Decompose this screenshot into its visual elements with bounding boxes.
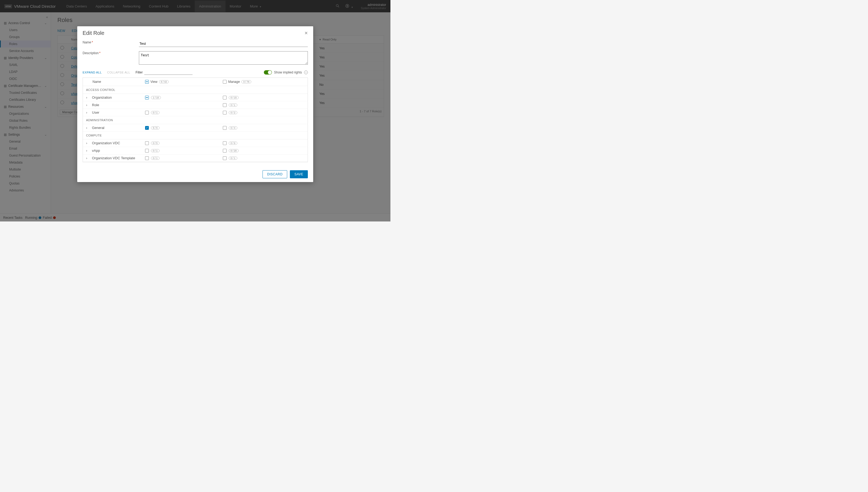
count-badge: 0 / 1 [151,111,159,114]
filter-label: Filter [136,71,143,74]
modal-title: Edit Role [82,30,304,36]
count-badge: 0 / 1 [151,156,159,160]
header-name: Name [86,80,145,84]
checkbox[interactable] [223,141,227,145]
expand-all-button[interactable]: EXPAND ALL [82,71,102,74]
category-row: ACCESS CONTROL [83,86,307,94]
rights-row: ›Role0 / 1 [83,101,307,109]
category-row: ADMINISTRATION [83,116,307,124]
checkbox[interactable] [223,111,227,115]
rights-header: Name View 6 / 42 Manage 0 / 76 [83,78,307,86]
save-button[interactable]: SAVE [290,170,308,178]
rights-row: ›Organization VDC Template0 / 10 / 1 [83,154,307,162]
expand-icon[interactable]: › [86,103,92,107]
expand-icon[interactable]: › [86,141,92,145]
checkbox[interactable] [223,126,227,130]
manage-count-badge: 0 / 76 [241,80,251,83]
right-name: General [92,126,145,130]
expand-icon[interactable]: › [86,149,92,152]
rights-tree: Name View 6 / 42 Manage 0 / 76 ACCESS CO… [82,77,308,162]
right-name: Role [92,103,145,107]
info-icon[interactable]: i [304,71,308,74]
right-name: Organization [92,95,145,99]
rights-row: ›General5 / 50 / 4 [83,124,307,132]
checkbox[interactable] [145,156,149,160]
count-badge: 1 / 10 [151,96,161,99]
count-badge: 0 / 9 [229,142,237,145]
name-label: Name* [82,41,139,44]
count-badge: 0 / 5 [151,142,159,145]
count-badge: 0 / 2 [229,111,237,114]
right-name: User [92,110,145,115]
checkbox[interactable] [223,149,227,152]
count-badge: 0 / 20 [229,149,239,152]
manage-all-checkbox[interactable] [223,80,227,84]
description-input[interactable]: Test [139,51,308,65]
count-badge: 0 / 1 [151,149,159,152]
checkbox[interactable] [145,126,149,130]
rights-row: ›vApp0 / 10 / 20 [83,147,307,154]
checkbox[interactable] [223,156,227,160]
header-view: View [150,80,157,84]
right-name: vApp [92,149,145,152]
modal-overlay: Edit Role ✕ Name* Description* Test [0,0,391,221]
discard-button[interactable]: DISCARD [263,170,287,178]
expand-icon[interactable]: › [86,110,92,115]
rights-row: ›Organization VDC0 / 50 / 9 [83,140,307,147]
count-badge: 0 / 4 [229,126,237,129]
checkbox[interactable] [223,103,227,107]
view-all-checkbox[interactable] [145,80,149,84]
implied-rights-toggle[interactable] [264,70,272,75]
name-input[interactable] [139,41,308,47]
rights-row: ›Organization1 / 100 / 15 [83,94,307,101]
view-count-badge: 6 / 42 [159,80,169,83]
count-badge: 5 / 5 [151,126,159,129]
checkbox[interactable] [145,149,149,152]
count-badge: 0 / 1 [229,103,237,107]
count-badge: 0 / 1 [229,156,237,160]
checkbox[interactable] [145,111,149,115]
expand-icon[interactable]: › [86,156,92,160]
header-manage: Manage [228,80,240,84]
implied-rights-label: Show implied rights [274,71,302,74]
count-badge: 0 / 15 [229,96,239,99]
right-name: Organization VDC Template [92,156,145,160]
close-icon[interactable]: ✕ [304,30,308,36]
description-label: Description* [82,51,139,55]
edit-role-modal: Edit Role ✕ Name* Description* Test [77,26,313,182]
right-name: Organization VDC [92,141,145,145]
checkbox[interactable] [145,96,149,99]
category-row: COMPUTE [83,132,307,140]
collapse-all-button[interactable]: COLLAPSE ALL [107,71,130,74]
expand-icon[interactable]: › [86,95,92,99]
filter-input[interactable] [144,70,193,75]
expand-icon[interactable]: › [86,126,92,130]
rights-row: ›User0 / 10 / 2 [83,109,307,116]
checkbox[interactable] [223,96,227,99]
checkbox[interactable] [145,141,149,145]
